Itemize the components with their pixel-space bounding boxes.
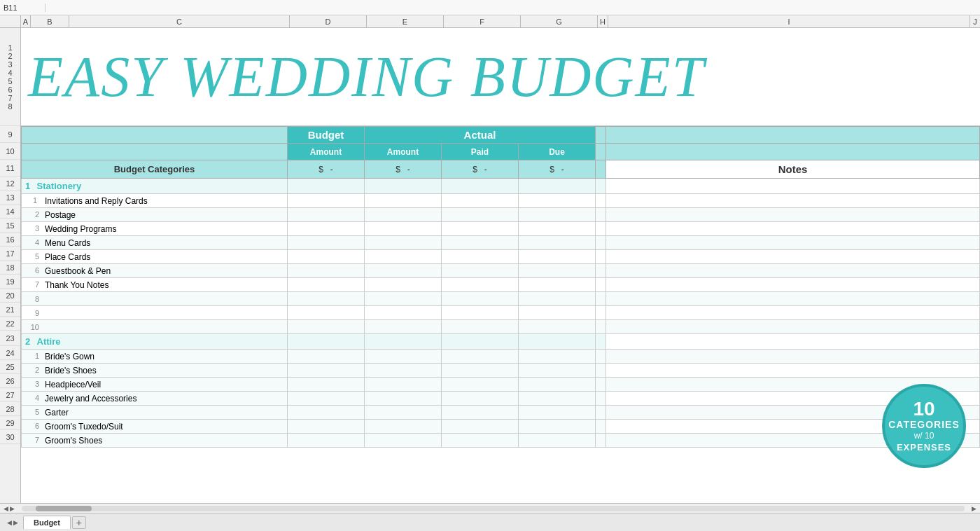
sheet-nav-left[interactable]: ◀ [7,519,12,526]
item-name: Invitations and Reply Cards [45,196,148,206]
categories-label: Budget Categories [22,160,288,179]
item-row-attire-6: 6 Groom's Tuxedo/Suit [22,420,980,434]
paid-header: Paid [442,144,519,160]
col-header-i: I [608,15,970,27]
budget-header: Budget [288,127,365,144]
item-row-stationery-2: 2 Postage [22,208,980,222]
header-row-budget-actual: Budget Actual [22,127,980,144]
badge-num-categories: 10 [913,399,934,419]
paid-dollar: $ - [442,160,519,179]
budget-amount-header: Amount [288,144,365,160]
scroll-end-arrow[interactable]: ▶ [972,505,976,512]
scrollbar-area[interactable]: ◀ ▶ ▶ [0,503,980,513]
actual-header: Actual [365,127,596,144]
item-row-stationery-10: 10 [22,320,980,334]
row-num-23: 23 [0,331,20,346]
category-row-attire: 2 Attire [22,334,980,350]
add-sheet-button[interactable]: + [72,516,86,529]
col-header-g: G [521,15,598,27]
row-num-11: 11 [0,160,20,177]
row-num-30: 30 [0,430,20,444]
row-num-24: 24 [0,346,20,360]
badge-circle: 10 CATEGORIES w/ 10 EXPENSES [882,384,966,468]
actual-amount-header: Amount [365,144,442,160]
item-row-stationery-3: 3 Wedding Programs [22,222,980,236]
scroll-left-arrow[interactable]: ◀ [4,505,8,512]
col-header-d: D [290,15,367,27]
item-row-attire-3: 3 Headpiece/Veil [22,378,980,392]
col-header-c: C [69,15,290,27]
header-row-amounts: Amount Amount Paid Due [22,144,980,160]
item-row-stationery-5: 5 Place Cards [22,250,980,264]
row-num-9: 9 [0,126,20,143]
sheet-area: 12345678 9 10 11 12 13 14 15 16 17 18 19… [0,28,980,503]
cell-reference[interactable]: B11 [4,4,46,12]
badge-expenses-label: EXPENSES [897,442,951,453]
row-num-12: 12 [0,177,20,191]
row-num-26: 26 [0,374,20,388]
row-num-13: 13 [0,191,20,205]
subheader-row: Budget Categories $ - $ - $ - $ - Notes [22,160,980,179]
col-header-f: F [444,15,521,27]
item-name: Headpiece/Veil [45,380,101,389]
tab-bar: ◀ ▶ Budget + [0,513,980,531]
cat-name-stationery: Stationery [37,181,82,191]
row-num-22: 22 [0,317,20,331]
scroll-right-arrow[interactable]: ▶ [10,505,15,512]
item-row-stationery-8: 8 [22,292,980,306]
notes-col-header [606,144,980,160]
row-num-19: 19 [0,275,20,289]
item-row-stationery-9: 9 [22,306,980,320]
row-num-27: 27 [0,388,20,402]
item-name: Place Cards [45,252,90,262]
row-num-21: 21 [0,303,20,317]
title-area: EASY WEDDING BUDGET [21,28,980,126]
row-num-20: 20 [0,289,20,303]
row-num-16: 16 [0,233,20,247]
cat-num-1: 1 [25,181,30,191]
sheet-nav-arrows[interactable]: ◀ ▶ [7,519,18,526]
row-num-18: 18 [0,261,20,275]
notes-header-cell [606,127,980,144]
col-header-b: B [31,15,69,27]
badge-categories-label: CATEGORIES [888,419,960,430]
horizontal-scrolltrack[interactable] [22,506,965,511]
row-num-29: 29 [0,416,20,430]
horizontal-scrollthumb[interactable] [36,506,92,511]
item-name: Wedding Programs [45,224,117,234]
item-name: Bride's Shoes [45,366,97,375]
item-name: Garter [45,408,69,418]
due-header: Due [519,144,596,160]
formula-bar: B11 [0,0,980,15]
row-num-15: 15 [0,219,20,233]
row-numbers: 12345678 9 10 11 12 13 14 15 16 17 18 19… [0,28,21,503]
col-header-h: H [598,15,608,27]
col-header-e: E [367,15,444,27]
row-num-17: 17 [0,247,20,261]
cat-num-2: 2 [25,336,30,347]
item-row-attire-5: 5 Garter [22,406,980,420]
item-row-stationery-6: 6 Guestbook & Pen [22,264,980,278]
item-name: Bride's Gown [45,352,94,361]
item-row-stationery-1: 1 Invitations and Reply Cards [22,194,980,208]
item-row-attire-7: 7 Groom's Shoes [22,434,980,448]
budget-dollar: $ - [288,160,365,179]
cat-name-attire: Attire [37,336,61,347]
col-header-j: J [970,15,980,27]
item-row-attire-2: 2 Bride's Shoes [22,364,980,378]
sheet-nav-right[interactable]: ▶ [13,519,18,526]
scroll-arrows-left[interactable]: ◀ ▶ [4,505,15,512]
budget-tab[interactable]: Budget [23,516,71,529]
budget-table: Budget Actual Amount Amount Paid Due [21,126,980,448]
item-row-attire-1: 1 Bride's Gown [22,350,980,364]
row-num-28: 28 [0,402,20,416]
scroll-arrows-right[interactable]: ▶ [972,505,976,512]
col-header-a: A [21,15,31,27]
row-num-14: 14 [0,205,20,219]
item-name: Menu Cards [45,238,90,248]
row-num-title: 12345678 [0,28,20,126]
item-row-stationery-4: 4 Menu Cards [22,236,980,250]
item-name: Groom's Shoes [45,436,102,446]
row-num-10: 10 [0,143,20,160]
actual-amount-dollar: $ - [365,160,442,179]
